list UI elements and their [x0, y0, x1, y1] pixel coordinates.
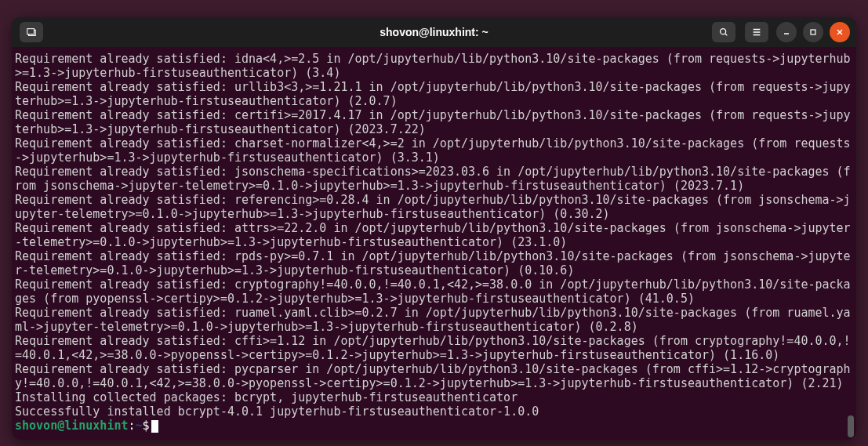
scrollbar-thumb[interactable]: [848, 415, 854, 437]
terminal-line: Requirement already satisfied: idna<4,>=…: [15, 52, 853, 80]
prompt-colon: :: [129, 419, 136, 433]
prompt-line: shovon@linuxhint:~$: [15, 419, 853, 433]
prompt-path: ~: [136, 419, 143, 433]
terminal-line: Successfully installed bcrypt-4.0.1 jupy…: [15, 404, 853, 419]
terminal-line: Requirement already satisfied: attrs>=22…: [15, 221, 853, 249]
close-button[interactable]: [830, 22, 850, 42]
new-tab-icon: [26, 27, 37, 38]
svg-point-1: [721, 29, 726, 34]
terminal-line: Requirement already satisfied: certifi>=…: [15, 108, 853, 136]
window-title: shovon@linuxhint: ~: [380, 26, 488, 38]
terminal-line: Requirement already satisfied: referenci…: [15, 193, 853, 221]
maximize-button[interactable]: [803, 22, 823, 42]
terminal-line: Requirement already satisfied: cryptogra…: [15, 277, 853, 306]
terminal-line: Requirement already satisfied: pycparser…: [15, 362, 853, 390]
terminal-window: shovon@linuxhint: ~: [12, 17, 856, 440]
search-icon: [718, 27, 729, 38]
terminal-line: Requirement already satisfied: jsonschem…: [15, 165, 853, 193]
new-tab-button[interactable]: [20, 22, 43, 42]
search-button[interactable]: [712, 22, 735, 42]
close-icon: [836, 28, 844, 36]
svg-line-2: [725, 34, 728, 36]
titlebar: shovon@linuxhint: ~: [12, 17, 856, 47]
terminal-line: Requirement already satisfied: urllib3<3…: [15, 80, 853, 108]
prompt-dollar: $: [143, 419, 150, 433]
terminal-line: Requirement already satisfied: cffi>=1.1…: [15, 334, 853, 362]
maximize-icon: [809, 28, 817, 36]
terminal-line: Requirement already satisfied: rpds-py>=…: [15, 249, 853, 277]
menu-button[interactable]: [745, 22, 768, 42]
terminal-line: Requirement already satisfied: charset-n…: [15, 136, 853, 165]
hamburger-icon: [751, 27, 762, 38]
terminal-output: Requirement already satisfied: idna<4,>=…: [15, 52, 853, 419]
svg-rect-0: [27, 29, 35, 34]
terminal-line: Installing collected packages: bcrypt, j…: [15, 390, 853, 404]
minimize-button[interactable]: [776, 22, 797, 42]
cursor: [151, 420, 158, 433]
prompt-user-host: shovon@linuxhint: [15, 419, 129, 433]
minimize-icon: [783, 28, 790, 36]
titlebar-controls: [710, 22, 850, 42]
terminal-body[interactable]: Requirement already satisfied: idna<4,>=…: [12, 47, 856, 440]
terminal-line: Requirement already satisfied: ruamel.ya…: [15, 306, 853, 334]
svg-rect-7: [811, 30, 815, 34]
